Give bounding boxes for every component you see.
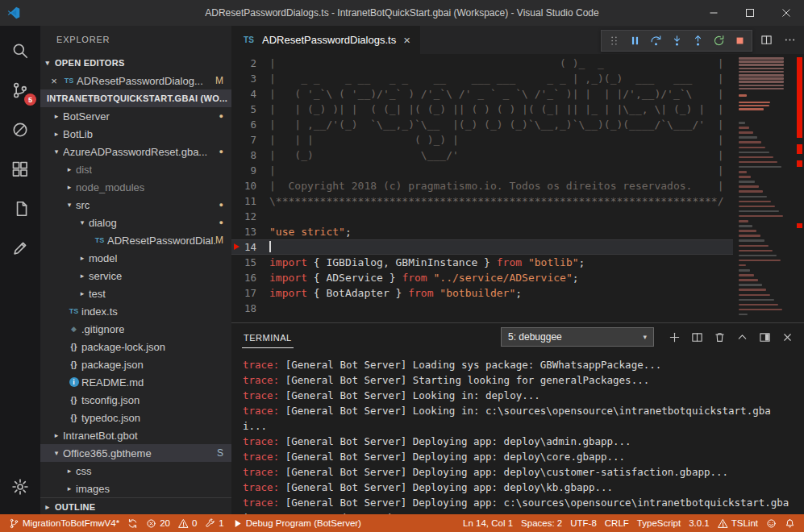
chevron-right-icon[interactable]: ▸ [76,254,89,262]
line-number[interactable]: 18 [231,301,269,316]
status-spaces-2[interactable]: Spaces: 2 [517,514,566,532]
tab-terminal[interactable]: TERMINAL [242,326,294,348]
chevron-down-icon[interactable]: ▾ [63,201,76,209]
stop-button[interactable] [729,31,750,51]
maximize-panel-button[interactable] [736,331,748,343]
code-line[interactable]: 10| Copyright 2018 (c) pragmatismo.io. T… [231,178,733,193]
line-number[interactable]: 6 [231,117,269,132]
tree-item-model[interactable]: ▸model [40,249,231,267]
code-line[interactable]: 8| (_) \___/' | [231,148,733,163]
open-editor-item[interactable]: ×TSADResetPasswordDialog...M [40,72,231,89]
code-line[interactable]: 12 [231,209,733,224]
toggle-panel-layout-button[interactable] [759,331,771,343]
tree-item-gitignore[interactable]: ◆.gitignore [40,320,231,338]
status-tslint[interactable]: TSLint [714,514,762,532]
tree-item-css[interactable]: ▸css [40,462,231,480]
line-number[interactable]: 7 [231,132,269,148]
line-number[interactable]: 10 [231,178,269,193]
kill-terminal-button[interactable] [714,331,726,343]
line-number[interactable]: 3 [231,71,269,86]
status-utf-8[interactable]: UTF-8 [566,514,601,532]
minimize-button[interactable] [695,0,731,26]
activity-edit-button[interactable] [0,228,40,268]
tree-item-intranetbot-gbot[interactable]: ▸IntranetBot.gbot [40,426,231,444]
tree-item-adresetpassworddial[interactable]: TSADResetPasswordDial...M [40,231,231,249]
tree-item-typedoc-json[interactable]: {}typedoc.json [40,409,231,426]
status-1[interactable]: 1 [201,514,227,532]
chevron-down-icon[interactable]: ▾ [50,148,63,156]
chevron-right-icon[interactable]: ▸ [76,289,89,297]
status-0[interactable]: 0 [174,514,201,532]
tree-item-test[interactable]: ▸test [40,285,231,302]
close-button[interactable] [768,0,804,26]
code-line[interactable]: 2| ( )_ _ | [231,56,733,71]
line-number[interactable]: 12 [231,209,269,224]
status-3-0-1[interactable]: 3.0.1 [685,514,714,532]
tab-adresetpassworddialogs-ts[interactable]: TS ADResetPasswordDialogs.ts × [231,26,420,54]
restart-button[interactable] [708,31,729,51]
tab-close-icon[interactable]: × [403,33,410,47]
split-terminal-button[interactable] [691,331,703,343]
line-number[interactable]: 11 [231,193,269,209]
terminal-selector[interactable]: 5: debuggee ▾ [501,327,654,347]
close-panel-button[interactable] [781,331,794,343]
code-line[interactable]: 3| _ _ _ __ _ _ __ ___ ___ _ _ | ,_)(_) … [231,71,733,86]
maximize-button[interactable] [731,0,768,26]
tree-item-package-json[interactable]: {}package.json [40,355,231,373]
tree-item-package-lock-json[interactable]: {}package-lock.json [40,338,231,355]
chevron-right-icon[interactable]: ▸ [63,183,76,191]
terminal-output[interactable]: trace: [General Bot Server] Loading sys … [231,351,804,514]
tree-item-tsconfig-json[interactable]: {}tsconfig.json [40,391,231,409]
code-line[interactable]: 4| ( '_`\ ( '__)/'_` ) /'_`\ /' _ ` _ `\… [231,86,733,102]
code-line[interactable]: 15import { IGBDialog, GBMinInstance } fr… [231,255,733,270]
workspace-header[interactable]: INTRANETBOTQUICKSTART.GBAI (WO... [40,89,231,107]
chevron-right-icon[interactable]: ▸ [50,431,63,439]
status-typescript[interactable]: TypeScript [633,514,685,532]
minimap[interactable] [736,54,794,322]
line-number[interactable]: 2 [231,56,269,71]
activity-settings-button[interactable] [0,467,40,506]
step-out-button[interactable] [687,31,708,51]
tree-item-botlib[interactable]: ▸BotLib [40,125,231,143]
chevron-down-icon[interactable]: ▾ [76,218,89,227]
step-over-button[interactable] [645,31,666,51]
line-number[interactable]: 16 [231,270,269,285]
code-line[interactable]: 18 [231,301,733,316]
status-debug-program-botserver[interactable]: Debug Program (BotServer) [228,514,365,532]
line-number[interactable]: 17 [231,285,269,301]
chevron-right-icon[interactable]: ▸ [76,272,89,280]
line-number[interactable]: 5 [231,102,269,117]
status-smiley[interactable] [762,514,781,532]
chevron-right-icon[interactable]: ▸ [50,112,63,120]
tree-item-office365-gbtheme[interactable]: ▾Office365.gbthemeS [40,444,231,462]
line-number[interactable]: 13 [231,224,269,239]
status-migrationtobotfmwv4[interactable]: MigrationToBotFmwV4* [5,514,123,532]
status-20[interactable]: 20 [142,514,174,532]
step-into-button[interactable] [666,31,687,51]
tree-item-service[interactable]: ▸service [40,267,231,285]
code-editor[interactable]: 2| ( )_ _ |3| _ _ _ __ _ _ __ ___ ___ _ … [231,54,804,322]
tree-item-images[interactable]: ▸images [40,480,231,497]
activity-search-button[interactable] [0,31,40,70]
line-number[interactable]: 4 [231,86,269,102]
activity-debug-button[interactable] [0,110,40,149]
new-terminal-button[interactable] [669,331,681,343]
chevron-right-icon[interactable]: ▸ [63,467,76,475]
code-line[interactable]: 7| | | ( )_) | | [231,132,733,148]
status-crlf[interactable]: CRLF [601,514,633,532]
chevron-right-icon[interactable]: ▸ [50,130,63,138]
code-line[interactable]: 17import { BotAdapter } from "botbuilder… [231,285,733,301]
tree-item-src[interactable]: ▾src● [40,196,231,214]
code-line[interactable]: 9| | [231,163,733,178]
line-number[interactable]: 8 [231,148,269,163]
chevron-right-icon[interactable]: ▸ [63,165,76,173]
pause-button[interactable] [624,31,645,51]
activity-extensions-button[interactable] [0,149,40,189]
code-line[interactable]: 11\*************************************… [231,193,733,209]
code-line[interactable]: 14 [231,239,733,255]
close-editor-icon[interactable]: × [47,75,61,87]
code-line[interactable]: 6| | ,__/'(_) `\__,_)`\__ |(_) (_) (_)`\… [231,117,733,132]
tree-item-dist[interactable]: ▸dist [40,160,231,178]
status-bell[interactable] [781,514,799,532]
code-line[interactable]: 16import { ADService } from "../service/… [231,270,733,285]
